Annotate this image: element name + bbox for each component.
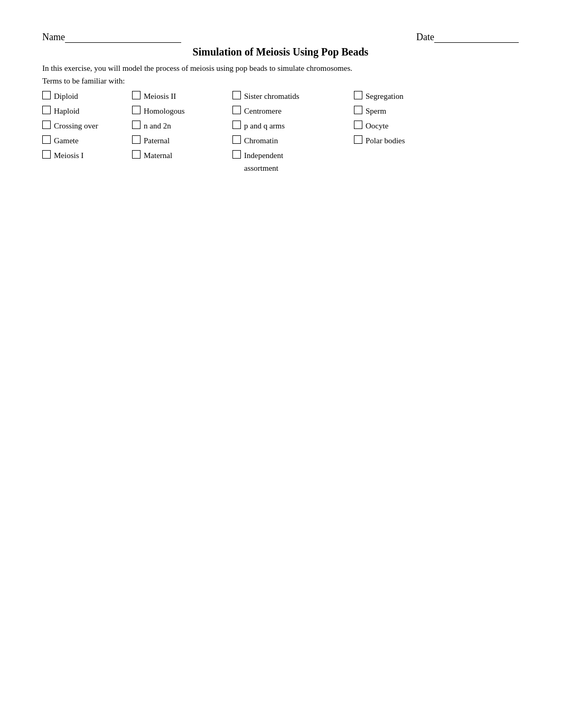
term-text: Chromatin — [244, 134, 278, 147]
bullet-icon — [42, 91, 51, 99]
bullet-icon — [232, 135, 241, 144]
terms-grid: DiploidHaploidCrossing overGameteMeiosis… — [42, 89, 519, 176]
term-text: n and 2n — [144, 119, 171, 132]
list-item: Chromatin — [232, 133, 354, 148]
list-item: Paternal — [132, 133, 232, 148]
list-item: Meiosis I — [42, 148, 132, 163]
list-item: Oocyte — [354, 118, 449, 133]
bullet-icon — [42, 121, 51, 129]
date-line — [434, 32, 519, 43]
bullet-icon — [42, 150, 51, 159]
list-item: n and 2n — [132, 118, 232, 133]
list-item: Crossing over — [42, 118, 132, 133]
term-column-1: DiploidHaploidCrossing overGameteMeiosis… — [42, 89, 132, 176]
term-text: Haploid — [54, 105, 79, 117]
header-row: Name Date — [42, 32, 519, 43]
date-field: Date — [416, 32, 519, 43]
term-text: Meiosis I — [54, 149, 83, 162]
term-text: Maternal — [144, 149, 172, 162]
term-text: Sperm — [366, 105, 386, 117]
list-item: Centromere — [232, 104, 354, 118]
list-item: Homologous — [132, 104, 232, 118]
bullet-icon — [354, 91, 362, 99]
list-item: Segregation — [354, 89, 449, 104]
bullet-icon — [354, 121, 362, 129]
list-item: Sister chromatids — [232, 89, 354, 104]
bullet-icon — [42, 135, 51, 144]
term-text: Independentassortment — [244, 149, 283, 174]
page-title: Simulation of Meiosis Using Pop Beads — [42, 46, 519, 58]
term-text: Gamete — [54, 134, 79, 147]
bullet-icon — [354, 135, 362, 144]
list-item: Polar bodies — [354, 133, 449, 148]
term-text: Homologous — [144, 105, 185, 117]
bullet-icon — [42, 106, 51, 114]
term-column-3: Sister chromatidsCentromerep and q armsC… — [232, 89, 354, 176]
name-field: Name — [42, 32, 181, 43]
list-item: Sperm — [354, 104, 449, 118]
bullet-icon — [132, 121, 141, 129]
terms-label: Terms to be familiar with: — [42, 77, 519, 86]
list-item: p and q arms — [232, 118, 354, 133]
term-column-4: SegregationSpermOocytePolar bodies — [354, 89, 449, 176]
term-text: Sister chromatids — [244, 90, 300, 103]
page: Name Date Simulation of Meiosis Using Po… — [0, 0, 561, 728]
list-item: Gamete — [42, 133, 132, 148]
bullet-icon — [232, 150, 241, 159]
list-item: Diploid — [42, 89, 132, 104]
bullet-icon — [132, 135, 141, 144]
bullet-icon — [132, 91, 141, 99]
term-text: Paternal — [144, 134, 170, 147]
term-text: Crossing over — [54, 119, 98, 132]
term-column-2: Meiosis IIHomologousn and 2nPaternalMate… — [132, 89, 232, 176]
bullet-icon — [132, 150, 141, 159]
term-text: Diploid — [54, 90, 78, 103]
term-text: Segregation — [366, 90, 404, 103]
term-text: Polar bodies — [366, 134, 405, 147]
list-item: Independentassortment — [232, 148, 354, 176]
name-label: Name — [42, 32, 65, 43]
term-text: Centromere — [244, 105, 282, 117]
term-text: p and q arms — [244, 119, 285, 132]
list-item: Maternal — [132, 148, 232, 163]
list-item: Haploid — [42, 104, 132, 118]
name-line — [65, 32, 181, 43]
list-item: Meiosis II — [132, 89, 232, 104]
term-text: Oocyte — [366, 119, 388, 132]
date-label: Date — [416, 32, 434, 43]
bullet-icon — [232, 106, 241, 114]
bullet-icon — [232, 91, 241, 99]
bullet-icon — [232, 121, 241, 129]
bullet-icon — [354, 106, 362, 114]
bullet-icon — [132, 106, 141, 114]
intro-text: In this exercise, you will model the pro… — [42, 62, 519, 75]
term-text: Meiosis II — [144, 90, 176, 103]
